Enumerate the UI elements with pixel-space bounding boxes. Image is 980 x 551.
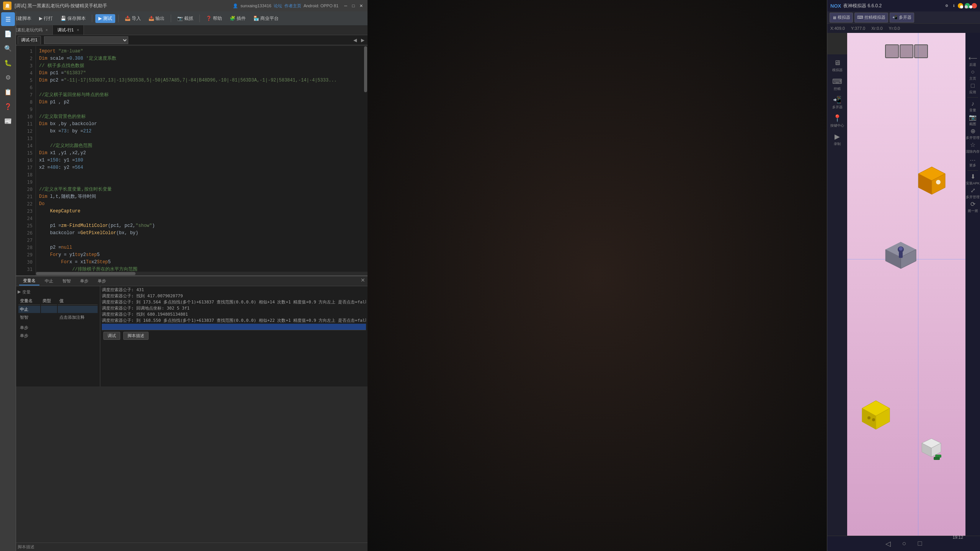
- sidebar-file[interactable]: 📄: [1, 27, 15, 41]
- nox-action-more[interactable]: … 更多: [966, 155, 979, 168]
- var-section-label: 变量: [22, 289, 31, 295]
- nox-left-record[interactable]: ▶ 录制: [829, 131, 846, 148]
- bottom-tab-smart[interactable]: 智智: [59, 277, 75, 285]
- nox-left-controller[interactable]: ⌨ 控精: [829, 76, 846, 93]
- run-test-button[interactable]: ▶ 行打: [36, 14, 56, 23]
- bottom-tab-step1[interactable]: 单步: [76, 277, 92, 285]
- code-line-21: Dim l,t,随机数,等待时间: [39, 193, 364, 200]
- tab-script-close[interactable]: ×: [46, 28, 48, 32]
- nox-action-clearmem[interactable]: ☆ 清除内存: [966, 141, 979, 154]
- nox-multi-btn[interactable]: 📲 多开器: [890, 13, 914, 23]
- nox-game-screen[interactable]: [847, 33, 965, 536]
- code-content[interactable]: Import "zm·luae" Dim scale = 0.308 '定义速度…: [36, 46, 368, 276]
- code-line-27: [39, 236, 364, 244]
- sec-tab-debug[interactable]: 调试-行1: [18, 36, 41, 44]
- status-bar: 调试 脚本描述: [0, 543, 368, 551]
- nox-nav-recent[interactable]: □: [918, 540, 922, 548]
- loading-indicator: [960, 5, 972, 8]
- tab-debug-close[interactable]: ×: [77, 28, 79, 32]
- nox-action-multiopen[interactable]: ⊕ 多开管理: [966, 127, 979, 140]
- nox-close-btn[interactable]: [972, 3, 977, 8]
- var-row-3: [18, 322, 98, 323]
- nox-left-multi[interactable]: 📲 多开器: [829, 94, 846, 111]
- test-run-button[interactable]: ▶ 测试: [95, 14, 115, 23]
- orange-cube: [915, 164, 949, 198]
- nox-simulator-btn[interactable]: 🖥 模拟器: [830, 13, 853, 23]
- nox-left-panel: 🖥 模拟器 ⌨ 控精 📲 多开器 📍 按键中心 ▶ 录制: [827, 54, 847, 536]
- horizontal-scrollbar[interactable]: [36, 272, 368, 276]
- nox-settings-btn[interactable]: ⚙: [944, 3, 949, 8]
- close-button[interactable]: ✕: [358, 2, 364, 9]
- home-icon: ○: [971, 68, 975, 75]
- save-icon: 💾: [60, 16, 66, 21]
- dot-3: [969, 5, 972, 8]
- log-line-2: 调度控索器公子: 找到 417.0079020779: [102, 293, 366, 299]
- screenshot-button[interactable]: 📷 截抓: [174, 14, 196, 23]
- nox-action-multiopen2[interactable]: ⤢ 多开管理: [966, 187, 979, 200]
- maximize-button[interactable]: □: [350, 2, 357, 9]
- play-icon: ▶: [98, 16, 102, 21]
- nox-controller-btn[interactable]: ⌨ 控精模拟器: [854, 13, 888, 23]
- sidebar-settings[interactable]: ⚙: [1, 70, 15, 84]
- score-box-1: [885, 44, 899, 58]
- nox-nav-back[interactable]: ◁: [885, 540, 891, 548]
- code-line-7: //定义棋子返回坐标与终点的坐标: [39, 91, 364, 98]
- sidebar-clipboard[interactable]: 📋: [1, 85, 15, 99]
- forum-link[interactable]: 论坛: [274, 3, 282, 9]
- nox-action-shake[interactable]: ⟳ 摇一摇: [966, 201, 979, 214]
- nox-action-volume[interactable]: ♪ 音量: [966, 100, 979, 113]
- nox-action-installapk[interactable]: ⬇ 安装APK: [966, 173, 979, 186]
- nav-prev[interactable]: ◀: [351, 37, 358, 44]
- orange-cube-svg: [915, 164, 949, 198]
- nox-left-simulator[interactable]: 🖥 模拟器: [829, 57, 846, 74]
- bottom-tab-step2[interactable]: 单步: [94, 277, 110, 285]
- camera-icon: 📷: [177, 16, 183, 21]
- nav-next[interactable]: ▶: [359, 37, 366, 44]
- nox-action-apps[interactable]: □ 应用: [966, 82, 979, 95]
- bottom-tab-stop[interactable]: 中止: [41, 277, 57, 285]
- sidebar-menu[interactable]: ☰: [1, 12, 15, 26]
- code-line-14: //定义对比颜色范围: [39, 142, 364, 149]
- log-line-3: 调度控索器公子: 到 173.564 多点拍找(多个1)+613837 查找范围…: [102, 299, 366, 305]
- log-line-6: 调度控索器公子: 到 168.550 多点拍找(多个1)+613837 查找范围…: [102, 318, 366, 324]
- nox-action-back[interactable]: ⟵ 后退: [966, 54, 979, 67]
- help-button[interactable]: ❓ 帮助: [203, 14, 225, 23]
- vertical-scrollbar[interactable]: [364, 46, 368, 276]
- import-button[interactable]: 📥 导入: [122, 14, 144, 23]
- plugin-button[interactable]: 🧩 插件: [227, 14, 249, 23]
- author-link[interactable]: 作者主页: [284, 3, 301, 9]
- minimize-button[interactable]: ─: [342, 2, 349, 9]
- sidebar-help[interactable]: ❓: [1, 99, 15, 113]
- svg-point-3: [936, 180, 941, 184]
- svg-rect-8: [899, 252, 903, 258]
- code-line-8: Dim p1 , p2: [39, 98, 364, 106]
- tab-bar: 黑一黑素乱老玩代码 × 调试-行1 ×: [0, 25, 368, 35]
- tab-debug[interactable]: 调试-行1 ×: [53, 25, 84, 35]
- script-desc-button[interactable]: 脚本描述: [123, 332, 149, 340]
- nox-info-btn[interactable]: ℹ: [951, 3, 956, 8]
- sidebar-doc[interactable]: 📰: [1, 114, 15, 128]
- nox-left-keymap[interactable]: 📍 按键中心: [829, 112, 846, 129]
- score-box-3: [914, 44, 928, 58]
- yellow-cube: [857, 397, 895, 435]
- bottom-panel-close[interactable]: ✕: [361, 277, 365, 283]
- var-col-type: 类型: [41, 297, 57, 305]
- code-editor[interactable]: 1 2 3 4 5 6 7 8 9 10 11 12 13 14 15 16 1…: [16, 46, 368, 276]
- title-text: [调试] 黑一黑素乱老玩代码-按键精灵手机助手: [15, 3, 233, 9]
- debug-button[interactable]: 调试: [103, 332, 120, 340]
- nav-arrows: ◀ ▶: [351, 37, 366, 44]
- nox-action-screenshot[interactable]: 📷 截图: [966, 114, 979, 127]
- shake-icon: ⟳: [970, 201, 975, 208]
- commercial-button[interactable]: 🏪 商业平台: [250, 14, 282, 23]
- nox-action-home[interactable]: ○ 主页: [966, 68, 979, 81]
- secondary-tab-bar: 脚本 调试-行1 ◀ ▶: [0, 35, 368, 45]
- desktop-wallpaper: [368, 0, 827, 551]
- sidebar-debug[interactable]: 🐛: [1, 56, 15, 70]
- bottom-tab-vars[interactable]: 变量名: [19, 277, 39, 285]
- output-button[interactable]: 📤 输出: [145, 14, 168, 23]
- nox-nav-home[interactable]: ○: [902, 540, 906, 548]
- save-script-button[interactable]: 💾 保存脚本: [57, 14, 89, 23]
- coord-yr: Yr:0.0: [889, 26, 900, 31]
- file-selector[interactable]: [44, 36, 128, 44]
- sidebar-search[interactable]: 🔍: [1, 41, 15, 55]
